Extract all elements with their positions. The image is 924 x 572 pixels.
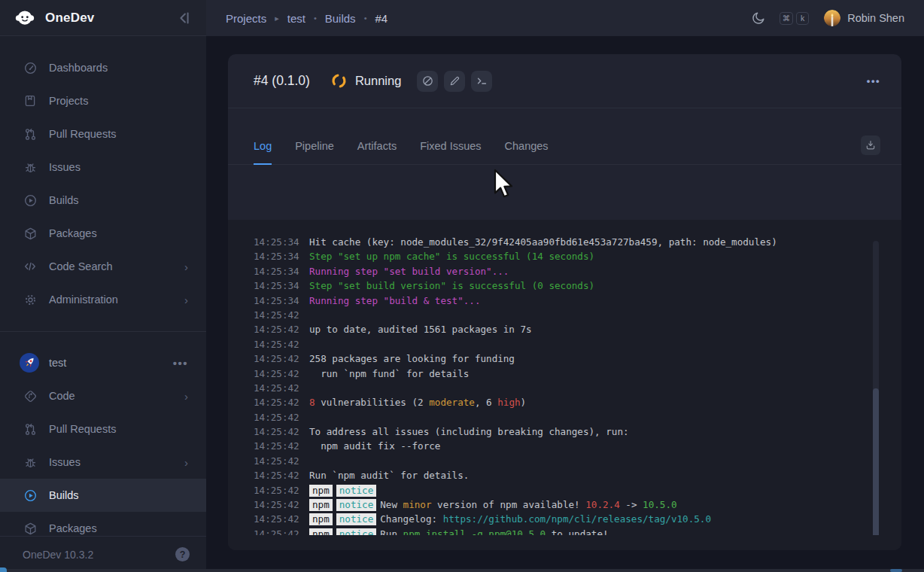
dark-mode-moon-icon[interactable] <box>751 11 766 26</box>
log-viewport[interactable]: 14:25:34Hit cache (key: node_modules_32/… <box>251 238 879 535</box>
log-scrollbar-thumb[interactable] <box>873 388 879 535</box>
notice-badge: notice <box>336 499 377 511</box>
log-text: npm audit fix --force <box>309 440 440 452</box>
sidebar-item-label: Builds <box>49 489 79 501</box>
log-timestamp: 14:25:42 <box>254 454 299 468</box>
cancel-build-button[interactable] <box>417 71 438 92</box>
log-text: up to date, audited 1561 packages in 7s <box>309 324 532 335</box>
log-line: 14:25:34Step "set build version" is succ… <box>251 278 879 293</box>
log-timestamp: 14:25:42 <box>254 468 299 482</box>
tab-artifacts[interactable]: Artifacts <box>357 140 397 165</box>
breadcrumb-arrow-icon: ▸ <box>275 14 279 23</box>
tab-changes[interactable]: Changes <box>505 140 549 165</box>
log-text: run `npm fund` for details <box>309 368 469 379</box>
brand-name: OneDev <box>45 11 94 26</box>
tab-log[interactable]: Log <box>254 140 272 165</box>
version-label: OneDev 10.3.2 <box>23 549 93 561</box>
chevron-right-icon: › <box>184 457 188 468</box>
log-timestamp: 14:25:42 <box>254 322 299 336</box>
sidebar-item-label: Administration <box>49 294 118 306</box>
sidebar-item-administration[interactable]: Administration› <box>0 283 206 316</box>
sidebar-item-projects[interactable]: Projects <box>0 84 206 117</box>
build-header: #4 (0.1.0) Running • <box>228 54 901 108</box>
sidebar-nav: DashboardsProjectsPull RequestsIssuesBui… <box>0 36 206 536</box>
edit-build-button[interactable] <box>444 71 465 92</box>
log-panel: 14:25:34Hit cache (key: node_modules_32/… <box>228 220 901 550</box>
project-item-issues[interactable]: Issues› <box>0 446 206 479</box>
sidebar-item-code-search[interactable]: Code Search› <box>0 250 206 283</box>
breadcrumb-builds[interactable]: Builds <box>325 12 356 25</box>
tab-fixed-issues[interactable]: Fixed Issues <box>420 140 481 165</box>
log-timestamp: 14:25:42 <box>254 337 299 351</box>
log-line: 14:25:42 <box>251 308 879 322</box>
build-more-ellipsis-icon[interactable]: ••• <box>867 75 880 87</box>
log-line: 14:25:428 vulnerabilities (2 moderate, 6… <box>251 395 879 409</box>
log-line: 14:25:42 npm audit fix --force <box>251 439 879 453</box>
log-text: Step "set build version" is successful (… <box>309 280 594 291</box>
breadcrumb-test[interactable]: test <box>287 12 305 25</box>
log-text: Hit cache (key: node_modules_32/9f42405a… <box>309 238 777 248</box>
log-timestamp: 14:25:34 <box>254 238 299 249</box>
log-line: 14:25:42npmnotice <box>251 483 879 497</box>
gauge-icon <box>23 60 38 75</box>
user-menu[interactable]: Robin Shen <box>824 10 904 26</box>
log-line: 14:25:34Running step "build & test"... <box>251 294 879 308</box>
log-line: 14:25:34Running step "set build version"… <box>251 264 879 278</box>
pull-request-icon <box>23 126 38 141</box>
breadcrumb-projects[interactable]: Projects <box>226 12 266 25</box>
terminal-button[interactable] <box>471 71 492 92</box>
log-timestamp: 14:25:42 <box>254 483 299 497</box>
project-item-builds[interactable]: Builds <box>0 479 206 512</box>
log-text[interactable]: https://github.com/npm/cli/releases/tag/… <box>443 513 711 525</box>
sidebar-item-packages[interactable]: Packages <box>0 217 206 250</box>
project-item-pull-requests[interactable]: Pull Requests <box>0 412 206 446</box>
project-menu-ellipsis-icon[interactable]: ••• <box>173 357 188 370</box>
sidebar-project-test[interactable]: test ••• <box>0 346 206 379</box>
log-line: 14:25:42Run `npm audit` for details. <box>251 468 879 482</box>
log-timestamp: 14:25:42 <box>254 497 299 512</box>
tab-pipeline[interactable]: Pipeline <box>295 140 334 165</box>
status-badge: Running <box>355 74 401 88</box>
bug-icon <box>23 160 38 175</box>
project-item-code[interactable]: Code› <box>0 379 206 412</box>
sidebar-item-issues[interactable]: Issues <box>0 151 206 184</box>
build-tabs: LogPipelineArtifactsFixed IssuesChanges <box>228 108 901 165</box>
help-icon[interactable]: ? <box>175 547 190 561</box>
sidebar-item-label: Pull Requests <box>49 423 116 435</box>
log-timestamp: 14:25:34 <box>254 249 299 263</box>
sidebar-item-label: Projects <box>49 95 88 107</box>
log-text: 10.2.4 <box>585 499 620 510</box>
k-key-badge: k <box>796 12 809 25</box>
sidebar-item-builds[interactable]: Builds <box>0 184 206 217</box>
chevron-right-icon: › <box>184 261 188 272</box>
pull-request-icon <box>23 421 38 437</box>
log-timestamp: 14:25:42 <box>254 527 299 535</box>
sidebar-item-label: Issues <box>49 161 81 173</box>
log-text: To address all issues (including breakin… <box>309 426 629 437</box>
log-line: 14:25:42 <box>251 454 879 468</box>
sidebar: OneDev DashboardsProjectsPull RequestsIs… <box>0 0 206 572</box>
notice-badge: notice <box>336 528 377 535</box>
sidebar-item-pull-requests[interactable]: Pull Requests <box>0 117 206 151</box>
npm-badge: npm <box>309 528 333 535</box>
download-log-button[interactable] <box>861 135 880 155</box>
log-text: high <box>497 397 520 408</box>
package-icon <box>23 521 38 536</box>
sidebar-collapse-icon[interactable] <box>176 10 193 26</box>
sidebar-item-label: Packages <box>49 227 97 239</box>
project-item-packages[interactable]: Packages <box>0 512 206 536</box>
cmd-key-badge: ⌘ <box>780 12 794 25</box>
sidebar-item-dashboards[interactable]: Dashboards <box>0 51 206 84</box>
log-line: 14:25:42258 packages are looking for fun… <box>251 351 879 366</box>
notice-badge: notice <box>336 513 377 525</box>
log-text: Running step "build & test"... <box>309 295 480 306</box>
bottom-left-accent <box>0 567 7 572</box>
sidebar-item-label: Builds <box>49 194 79 206</box>
log-line: 14:25:34Step "set up npm cache" is succe… <box>251 249 879 263</box>
book-icon <box>23 93 38 108</box>
log-timestamp: 14:25:42 <box>254 351 299 366</box>
npm-badge: npm <box>309 499 333 511</box>
log-line: 14:25:42npmnoticeRun npm install -g npm@… <box>251 527 879 535</box>
log-line: 14:25:42To address all issues (including… <box>251 424 879 439</box>
log-scrollbar-track[interactable] <box>873 241 879 535</box>
